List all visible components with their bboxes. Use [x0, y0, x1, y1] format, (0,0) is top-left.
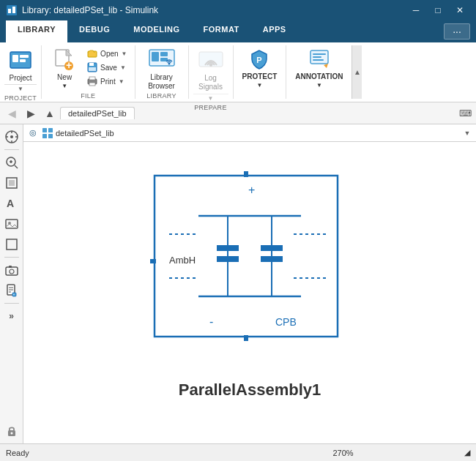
protect-label: PROTECT [242, 72, 278, 80]
svg-rect-1 [8, 9, 11, 13]
svg-rect-70 [217, 256, 239, 262]
svg-point-22 [168, 63, 170, 65]
tab-library[interactable]: LIBRARY [6, 20, 67, 42]
camera-button[interactable] [2, 261, 21, 280]
lock-button[interactable] [2, 421, 21, 441]
tab-modeling[interactable]: MODELING [122, 20, 191, 42]
svg-rect-27 [313, 53, 326, 55]
diagram-name-label: ParallelAssembly1 [179, 381, 321, 400]
toolbar: ◀ ▶ ▲ detailedPSet_lib ⌨ [0, 102, 476, 124]
rect-tool-button[interactable] [2, 235, 21, 254]
close-button[interactable]: ✕ [450, 3, 470, 18]
open-tab[interactable]: detailedPSet_lib [60, 107, 135, 119]
more-button[interactable]: » [2, 307, 21, 326]
svg-text:-: - [209, 315, 213, 328]
group-label-library: LIBRARY [146, 92, 176, 100]
back-button[interactable]: ◀ [3, 105, 21, 122]
svg-point-56 [10, 432, 12, 435]
library-browser-button[interactable]: LibraryBrowser [140, 47, 184, 91]
maximize-button[interactable]: □ [428, 3, 448, 18]
log-signals-button[interactable]: LogSignals ▼ [193, 47, 228, 102]
svg-rect-57 [42, 128, 47, 132]
group-label-file: FILE [81, 92, 95, 100]
svg-line-39 [15, 165, 18, 168]
annotation-button[interactable]: ANNOTATION ▼ [291, 47, 347, 91]
svg-text:A: A [7, 198, 14, 209]
tab-format[interactable]: FORMAT [192, 20, 251, 42]
compass-icon [5, 130, 18, 143]
svg-text:P: P [257, 56, 262, 64]
tab-debug[interactable]: DEBUG [67, 20, 122, 42]
svg-rect-13 [89, 63, 94, 66]
open-label: Open [100, 50, 118, 58]
svg-point-47 [10, 269, 14, 274]
app-icon [6, 4, 18, 16]
protect-button[interactable]: P PROTECT ▼ [238, 47, 282, 91]
svg-rect-66 [150, 259, 156, 263]
log-signals-label: LogSignals [198, 74, 223, 91]
address-bar: ◎ detailedPSet_lib ▼ [23, 124, 476, 142]
svg-rect-16 [89, 77, 95, 80]
compass-button[interactable] [2, 127, 21, 146]
ribbon-group-project-inner: Project ▼ [4, 47, 37, 93]
open-button[interactable]: Open ▼ [84, 47, 130, 60]
print-button[interactable]: Print ▼ [84, 75, 130, 88]
project-icon [9, 49, 32, 74]
project-label: Project [9, 74, 31, 82]
svg-rect-73 [261, 256, 283, 262]
svg-rect-29 [313, 59, 324, 61]
image-tool-button[interactable] [2, 214, 21, 233]
svg-rect-20 [160, 52, 168, 56]
svg-rect-14 [89, 67, 96, 71]
diagram-container: + AmbH [140, 168, 360, 400]
minimize-button[interactable]: ─ [406, 3, 426, 18]
nav-compass-icon: ◎ [26, 127, 40, 140]
new-icon: + [53, 48, 76, 72]
annotation-arrow: ▼ [316, 82, 322, 89]
project-arrow[interactable]: ▼ [4, 84, 37, 93]
ribbon-collapse-handle[interactable]: ▲ [352, 45, 362, 99]
project-button[interactable]: Project ▼ [4, 47, 37, 93]
svg-rect-48 [9, 266, 12, 268]
svg-rect-19 [152, 52, 159, 61]
svg-rect-41 [9, 180, 15, 186]
ribbon-group-project: Project ▼ PROJECT [0, 45, 42, 99]
svg-rect-60 [48, 134, 53, 138]
new-button[interactable]: + New ▼ [46, 47, 83, 91]
up-button[interactable]: ▲ [41, 105, 59, 122]
svg-rect-4 [12, 55, 18, 62]
protect-icon: P [249, 49, 269, 71]
log-signals-main[interactable]: LogSignals [193, 47, 228, 94]
save-button[interactable]: Save ▼ [84, 61, 130, 74]
title-bar: Library: detailedPSet_lib - Simulink ─ □… [0, 0, 476, 20]
fit-view-icon [5, 176, 18, 190]
ribbon-more-button[interactable]: ··· [444, 23, 470, 40]
svg-text:+: + [12, 292, 15, 296]
forward-button[interactable]: ▶ [22, 105, 40, 122]
project-button-main[interactable]: Project [4, 47, 37, 84]
fit-view-button[interactable] [2, 173, 21, 192]
library-browser-label: LibraryBrowser [148, 73, 175, 91]
svg-rect-58 [48, 128, 53, 132]
ribbon-group-library: LibraryBrowser LIBRARY [135, 45, 189, 99]
tab-strip: detailedPSet_lib [60, 107, 455, 119]
annotation-label: ANNOTATION [295, 72, 343, 80]
address-dropdown-button[interactable]: ▼ [461, 127, 473, 139]
sidebar-sep-1 [4, 149, 19, 150]
new-label: New [57, 73, 72, 81]
doc-button[interactable]: + [2, 281, 21, 300]
svg-rect-62 [244, 171, 248, 177]
ribbon-group-file: + New ▼ Open ▼ Save ▼ [42, 45, 135, 99]
svg-rect-17 [89, 83, 95, 86]
tab-apps[interactable]: APPS [251, 20, 298, 42]
main-canvas[interactable]: ◎ detailedPSet_lib ▼ + [23, 124, 476, 443]
zoom-in-button[interactable] [2, 153, 21, 172]
log-signals-icon [198, 49, 224, 74]
log-signals-arrow[interactable]: ▼ [193, 94, 228, 102]
svg-rect-2 [12, 7, 15, 13]
text-tool-button[interactable]: A [2, 194, 21, 213]
svg-rect-6 [20, 59, 26, 62]
keyboard-button[interactable]: ⌨ [457, 105, 473, 121]
resize-handle[interactable]: ◢ [455, 448, 470, 457]
open-icon [87, 48, 97, 59]
